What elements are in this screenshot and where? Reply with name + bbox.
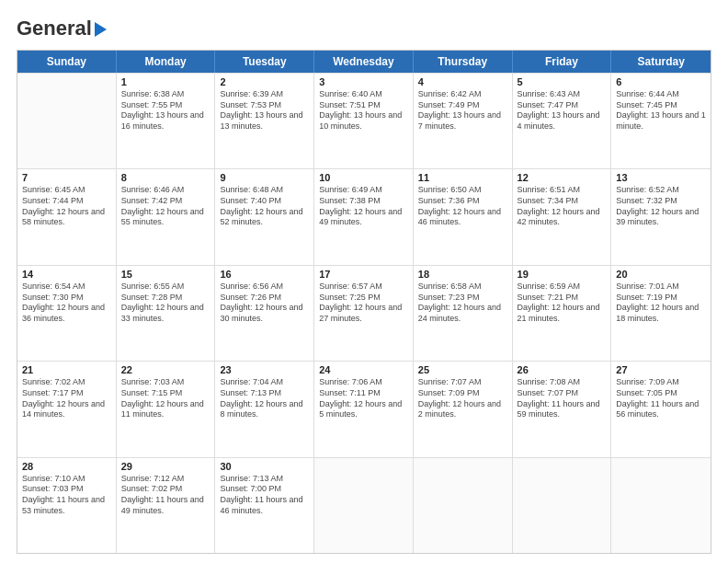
- daylight-text: Daylight: 11 hours and 59 minutes.: [518, 399, 607, 420]
- calendar-cell: [17, 74, 117, 168]
- daylight-text: Daylight: 11 hours and 53 minutes.: [22, 495, 111, 516]
- day-number: 28: [22, 461, 111, 472]
- sunrise-text: Sunrise: 6:57 AM: [319, 282, 408, 293]
- day-number: 16: [220, 269, 309, 280]
- logo-line1: General: [17, 17, 107, 40]
- header-cell-saturday: Saturday: [611, 51, 711, 73]
- calendar-cell: [513, 458, 612, 553]
- daylight-text: Daylight: 12 hours and 21 minutes.: [518, 303, 607, 324]
- daylight-text: Daylight: 11 hours and 46 minutes.: [220, 495, 309, 516]
- sunrise-text: Sunrise: 6:46 AM: [121, 185, 210, 196]
- sunrise-text: Sunrise: 7:01 AM: [616, 282, 706, 293]
- sunrise-text: Sunrise: 6:59 AM: [518, 282, 607, 293]
- sunrise-text: Sunrise: 7:07 AM: [418, 377, 507, 388]
- daylight-text: Daylight: 12 hours and 18 minutes.: [616, 303, 706, 324]
- sunrise-text: Sunrise: 6:40 AM: [319, 89, 408, 100]
- sunset-text: Sunset: 7:51 PM: [319, 100, 408, 111]
- sunrise-text: Sunrise: 6:54 AM: [22, 282, 111, 293]
- daylight-text: Daylight: 12 hours and 58 minutes.: [22, 207, 111, 228]
- sunrise-text: Sunrise: 6:44 AM: [616, 89, 706, 100]
- sunset-text: Sunset: 7:00 PM: [220, 484, 309, 495]
- calendar-cell: 25Sunrise: 7:07 AMSunset: 7:09 PMDayligh…: [414, 362, 513, 456]
- calendar-cell: 11Sunrise: 6:50 AMSunset: 7:36 PMDayligh…: [414, 169, 513, 264]
- calendar-cell: 27Sunrise: 7:09 AMSunset: 7:05 PMDayligh…: [611, 362, 711, 456]
- sunrise-text: Sunrise: 6:49 AM: [319, 185, 408, 196]
- sunset-text: Sunset: 7:15 PM: [121, 388, 210, 399]
- sunrise-text: Sunrise: 7:06 AM: [319, 377, 408, 388]
- header-cell-friday: Friday: [513, 51, 612, 73]
- day-number: 3: [319, 76, 408, 87]
- daylight-text: Daylight: 13 hours and 4 minutes.: [518, 110, 607, 132]
- day-number: 15: [121, 269, 210, 280]
- sunrise-text: Sunrise: 7:12 AM: [121, 474, 210, 485]
- sunset-text: Sunset: 7:42 PM: [121, 196, 210, 207]
- sunrise-text: Sunrise: 6:48 AM: [220, 185, 309, 196]
- sunset-text: Sunset: 7:47 PM: [518, 100, 607, 111]
- daylight-text: Daylight: 12 hours and 39 minutes.: [616, 207, 706, 228]
- day-number: 7: [22, 172, 111, 183]
- sunrise-text: Sunrise: 6:56 AM: [220, 282, 309, 293]
- daylight-text: Daylight: 11 hours and 56 minutes.: [616, 399, 706, 420]
- sunset-text: Sunset: 7:25 PM: [319, 293, 408, 304]
- sunset-text: Sunset: 7:55 PM: [121, 100, 210, 111]
- calendar-row-2: 14Sunrise: 6:54 AMSunset: 7:30 PMDayligh…: [17, 265, 711, 361]
- calendar-row-3: 21Sunrise: 7:02 AMSunset: 7:17 PMDayligh…: [17, 361, 711, 456]
- calendar-cell: 2Sunrise: 6:39 AMSunset: 7:53 PMDaylight…: [215, 74, 314, 168]
- daylight-text: Daylight: 13 hours and 1 minute.: [616, 110, 706, 132]
- calendar-cell: 24Sunrise: 7:06 AMSunset: 7:11 PMDayligh…: [314, 362, 414, 456]
- day-number: 18: [418, 269, 507, 280]
- sunset-text: Sunset: 7:53 PM: [220, 100, 309, 111]
- calendar-cell: 9Sunrise: 6:48 AMSunset: 7:40 PMDaylight…: [215, 169, 314, 264]
- daylight-text: Daylight: 12 hours and 8 minutes.: [220, 399, 309, 420]
- sunrise-text: Sunrise: 7:10 AM: [22, 474, 111, 485]
- sunset-text: Sunset: 7:40 PM: [220, 196, 309, 207]
- sunrise-text: Sunrise: 7:04 AM: [220, 377, 309, 388]
- day-number: 6: [616, 76, 706, 87]
- sunset-text: Sunset: 7:07 PM: [518, 388, 607, 399]
- sunrise-text: Sunrise: 6:43 AM: [518, 89, 607, 100]
- sunset-text: Sunset: 7:19 PM: [616, 293, 706, 304]
- calendar-cell: 16Sunrise: 6:56 AMSunset: 7:26 PMDayligh…: [215, 266, 314, 361]
- sunset-text: Sunset: 7:28 PM: [121, 293, 210, 304]
- calendar-cell: 20Sunrise: 7:01 AMSunset: 7:19 PMDayligh…: [611, 266, 711, 361]
- day-number: 22: [121, 364, 210, 375]
- sunset-text: Sunset: 7:13 PM: [220, 388, 309, 399]
- calendar-cell: [611, 458, 711, 553]
- day-number: 10: [319, 172, 408, 183]
- day-number: 1: [121, 76, 210, 87]
- sunset-text: Sunset: 7:11 PM: [319, 388, 408, 399]
- daylight-text: Daylight: 13 hours and 16 minutes.: [121, 110, 210, 132]
- day-number: 29: [121, 461, 210, 472]
- calendar-cell: 17Sunrise: 6:57 AMSunset: 7:25 PMDayligh…: [314, 266, 414, 361]
- day-number: 8: [121, 172, 210, 183]
- sunset-text: Sunset: 7:45 PM: [616, 100, 706, 111]
- logo-general: General: [17, 17, 92, 40]
- daylight-text: Daylight: 12 hours and 11 minutes.: [121, 399, 210, 420]
- calendar-cell: 4Sunrise: 6:42 AMSunset: 7:49 PMDaylight…: [414, 74, 513, 168]
- calendar-cell: 6Sunrise: 6:44 AMSunset: 7:45 PMDaylight…: [611, 74, 711, 168]
- day-number: 4: [418, 76, 507, 87]
- calendar-cell: 28Sunrise: 7:10 AMSunset: 7:03 PMDayligh…: [17, 458, 117, 553]
- daylight-text: Daylight: 13 hours and 7 minutes.: [418, 110, 507, 132]
- calendar-cell: 23Sunrise: 7:04 AMSunset: 7:13 PMDayligh…: [215, 362, 314, 456]
- calendar-header: SundayMondayTuesdayWednesdayThursdayFrid…: [17, 51, 711, 73]
- sunset-text: Sunset: 7:05 PM: [616, 388, 706, 399]
- page: General SundayMondayTuesdayWednesdayThur…: [0, 0, 728, 563]
- calendar-cell: 22Sunrise: 7:03 AMSunset: 7:15 PMDayligh…: [117, 362, 216, 456]
- header-cell-sunday: Sunday: [17, 51, 117, 73]
- day-number: 26: [518, 364, 607, 375]
- calendar-cell: 10Sunrise: 6:49 AMSunset: 7:38 PMDayligh…: [314, 169, 414, 264]
- sunset-text: Sunset: 7:49 PM: [418, 100, 507, 111]
- logo: General: [17, 17, 107, 40]
- calendar-cell: 5Sunrise: 6:43 AMSunset: 7:47 PMDaylight…: [513, 74, 612, 168]
- sunset-text: Sunset: 7:44 PM: [22, 196, 111, 207]
- day-number: 9: [220, 172, 309, 183]
- day-number: 30: [220, 461, 309, 472]
- calendar-cell: 7Sunrise: 6:45 AMSunset: 7:44 PMDaylight…: [17, 169, 117, 264]
- sunset-text: Sunset: 7:36 PM: [418, 196, 507, 207]
- day-number: 20: [616, 269, 706, 280]
- daylight-text: Daylight: 11 hours and 49 minutes.: [121, 495, 210, 516]
- header-cell-tuesday: Tuesday: [215, 51, 314, 73]
- sunset-text: Sunset: 7:32 PM: [616, 196, 706, 207]
- daylight-text: Daylight: 13 hours and 13 minutes.: [220, 110, 309, 132]
